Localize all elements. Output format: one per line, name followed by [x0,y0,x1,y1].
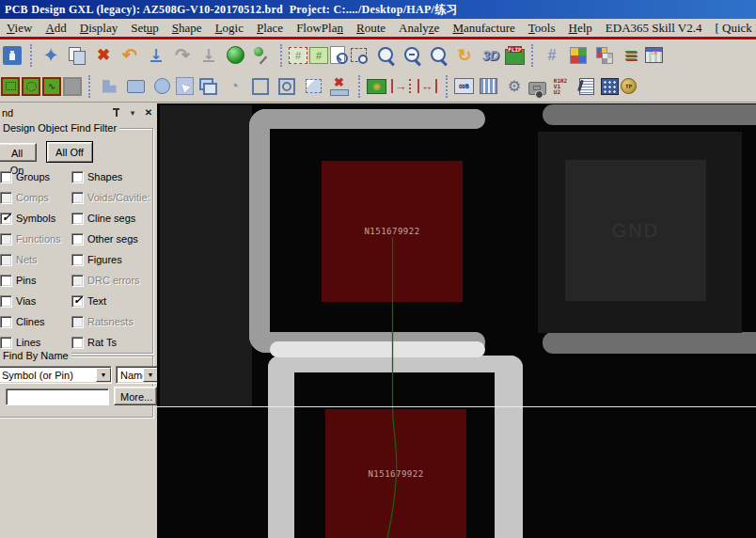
filter-cline-segs[interactable]: Cline segs [68,208,152,229]
zoom-in-icon[interactable] [373,43,398,68]
dimension-arrow-icon[interactable] [388,74,413,99]
delete-icon[interactable] [91,43,116,68]
vertex-delete-icon[interactable] [327,74,352,99]
board-highlight-icon[interactable] [367,79,386,94]
find-name-input[interactable] [6,388,109,405]
filter-text[interactable]: Text [68,291,152,311]
checkbox[interactable] [0,213,12,225]
shape-mode-3-icon[interactable] [42,77,61,96]
filter-symbols[interactable]: Symbols [0,208,68,229]
move-icon[interactable] [39,43,63,68]
shape-mode-1-icon[interactable] [1,77,20,96]
rect-add-icon[interactable] [123,74,148,99]
checkbox[interactable] [71,254,84,266]
cross-section-icon[interactable] [476,74,500,99]
dropdown-arrow-icon[interactable] [143,368,157,382]
refdes-edit-icon[interactable] [548,74,573,99]
camera-icon[interactable] [528,82,546,95]
redo-icon[interactable] [170,43,195,68]
color-matrix-icon[interactable] [645,47,663,63]
checkbox[interactable] [71,233,84,245]
zoom-window-icon[interactable] [347,43,371,68]
dropdown-arrow-icon[interactable] [96,368,111,382]
menu-eda365-skill-v2-4[interactable]: EDA365 Skill V2.4 [599,21,709,36]
select-shape-icon[interactable] [176,77,194,95]
pin-tack-icon[interactable] [249,43,274,68]
shape-mode-2-icon[interactable] [22,77,40,96]
thermal-pad-top[interactable]: N151679922 [322,161,463,302]
find-mode-select[interactable]: Name [116,366,157,384]
find-panel-header[interactable]: nd [0,104,155,120]
menu-flowplan[interactable]: FlowPlan [290,21,350,36]
circle-add-icon[interactable] [150,74,174,99]
zoom-points-icon[interactable] [289,47,307,64]
filter-figures[interactable]: Figures [68,249,152,270]
copy-shape-icon[interactable] [196,74,220,99]
dimension-span-icon[interactable] [415,74,439,99]
thermal-pad-bottom[interactable]: N151679922 [325,409,466,538]
menu-quick-layer[interactable]: [ Quick Layer [709,21,756,36]
menu-logic[interactable]: Logic [209,21,250,36]
filter-groups[interactable]: Groups [0,166,68,187]
pad-grid-icon[interactable] [601,78,619,95]
checkbox[interactable] [0,316,12,328]
checkbox[interactable] [0,171,12,183]
tools-icon[interactable] [502,74,527,99]
more-button[interactable]: More... [114,387,157,405]
apply-down-icon[interactable] [197,43,221,68]
save-icon[interactable] [3,46,22,65]
menu-tools[interactable]: Tools [522,21,562,36]
menu-view[interactable]: View [0,21,39,36]
gnd-pad[interactable]: GND [565,160,706,301]
menu-place[interactable]: Place [250,21,290,36]
filter-rat-ts[interactable]: Rat Ts [68,332,152,353]
arc-edit-icon[interactable] [222,74,246,99]
zoom-page-icon[interactable] [330,46,345,64]
checkbox[interactable] [71,337,84,349]
3d-view-icon[interactable] [479,43,503,68]
filter-shapes[interactable]: Shapes [68,166,152,187]
report-icon[interactable] [575,74,599,99]
done-down-icon[interactable] [144,43,168,68]
odb-export-icon[interactable] [454,78,474,94]
pin-icon[interactable] [110,106,123,119]
filter-clines[interactable]: Clines [0,311,68,332]
window-select-icon[interactable] [301,74,325,99]
all-off-button[interactable]: All Off [46,141,93,163]
color-swap-icon[interactable] [592,43,617,68]
checkbox[interactable] [71,171,84,183]
checkbox[interactable] [0,275,12,287]
all-on-button[interactable]: All On [0,143,37,162]
rect-outline-icon[interactable] [248,74,273,99]
flip-board-icon[interactable] [505,49,525,65]
checkbox[interactable] [71,213,84,225]
menu-add[interactable]: Add [39,21,72,36]
circle-void-icon[interactable] [275,74,299,99]
layer-stack-icon[interactable] [619,43,643,68]
menu-shape[interactable]: Shape [165,21,209,36]
redraw-icon[interactable] [452,43,477,68]
design-canvas[interactable]: GND N151679922 N151679922 [157,103,756,538]
copy-icon[interactable] [65,43,89,68]
shape-mode-off-icon[interactable] [63,77,82,96]
checkbox[interactable] [71,295,84,308]
find-type-select[interactable]: Symbol (or Pin) [0,366,112,384]
testpoint-icon[interactable] [621,78,637,94]
close-icon[interactable] [142,106,155,119]
world-view-icon[interactable] [223,43,247,68]
filter-vias[interactable]: Vias [0,291,68,311]
chevron-down-icon[interactable] [126,106,139,119]
zoom-previous-icon[interactable] [426,43,450,68]
filter-other-segs[interactable]: Other segs [68,229,152,249]
menu-route[interactable]: Route [350,21,392,36]
undo-icon[interactable] [118,43,142,68]
grid-toggle-icon[interactable] [540,43,564,68]
menu-setup[interactable]: Setup [124,21,165,36]
menu-analyze[interactable]: Analyze [392,21,446,36]
checkbox[interactable] [0,295,12,308]
checkbox[interactable] [0,337,12,349]
menu-manufacture[interactable]: Manufacture [446,21,521,36]
menu-display[interactable]: Display [73,21,124,36]
zoom-out-icon[interactable] [400,43,424,68]
zoom-map-icon[interactable] [309,47,328,64]
